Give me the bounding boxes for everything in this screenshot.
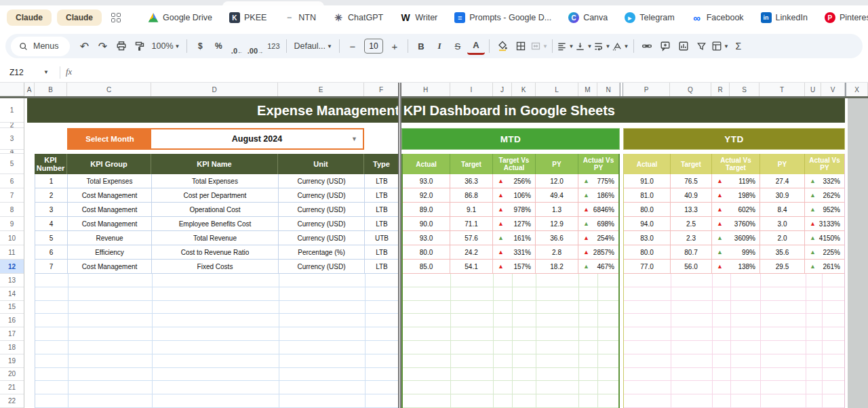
mtd-target-vs-actual-cell[interactable]: ▲ 157%: [493, 260, 536, 274]
kpi-unit-cell[interactable]: Currency (USD): [279, 217, 365, 231]
decrease-font-size-button[interactable]: −: [344, 37, 361, 55]
ytd-header-cell[interactable]: PY: [760, 154, 805, 174]
ytd-py-cell[interactable]: 8.4: [760, 203, 805, 217]
ytd-actual-vs-target-cell[interactable]: ▲ 602%: [712, 203, 760, 217]
kpi-unit-cell[interactable]: Currency (USD): [279, 231, 365, 245]
kpi-unit-cell[interactable]: Currency (USD): [279, 188, 365, 203]
kpi-number-cell[interactable]: 6: [35, 245, 68, 260]
mtd-actual-vs-py-cell[interactable]: ▲ 254%: [578, 231, 618, 245]
bookmark[interactable]: Canva: [568, 12, 608, 23]
row-header[interactable]: 14: [0, 287, 24, 301]
ytd-target-cell[interactable]: 2.3: [671, 231, 712, 245]
column-header[interactable]: S: [730, 83, 760, 96]
column-header[interactable]: B: [35, 83, 67, 96]
functions-button[interactable]: Σ: [730, 37, 747, 55]
month-dropdown[interactable]: August 2024 ▼: [151, 129, 363, 148]
column-header[interactable]: R: [711, 83, 730, 96]
insert-comment-button[interactable]: [656, 37, 674, 55]
ytd-py-cell[interactable]: 30.9: [760, 188, 805, 203]
row-header[interactable]: 17: [0, 327, 24, 341]
fill-color-button[interactable]: [494, 37, 511, 55]
empty-grid-rows[interactable]: [35, 274, 399, 408]
mtd-header-cell[interactable]: Actual Vs PY: [578, 154, 618, 174]
mtd-target-vs-actual-cell[interactable]: ▲ 106%: [493, 188, 536, 203]
insert-chart-button[interactable]: [675, 37, 692, 55]
create-filter-button[interactable]: [693, 37, 711, 55]
redo-button[interactable]: ↷: [94, 37, 112, 55]
bookmark[interactable]: Prompts - Google D...: [454, 12, 551, 23]
empty-grid-rows[interactable]: [624, 274, 844, 408]
row-header-selected[interactable]: 12: [0, 260, 24, 274]
mtd-title-bar[interactable]: MTD: [401, 128, 620, 150]
bookmark[interactable]: Telegram: [625, 12, 674, 23]
menus-search[interactable]: Menus: [11, 37, 70, 56]
kpi-number-cell[interactable]: 7: [35, 260, 68, 274]
row-header[interactable]: 3: [0, 128, 24, 150]
horizontal-align-button[interactable]: ▼: [557, 37, 574, 55]
mtd-actual-cell[interactable]: 80.0: [403, 245, 450, 260]
column-header[interactable]: F: [364, 83, 399, 96]
dashboard-title-banner[interactable]: Expense Management KPI Dashboard in Goog…: [27, 98, 845, 123]
kpi-header-cell[interactable]: Type: [364, 154, 399, 174]
ytd-actual-cell[interactable]: 80.0: [624, 203, 671, 217]
ytd-py-cell[interactable]: 2.0: [760, 231, 805, 245]
kpi-group-cell[interactable]: Cost Management: [68, 217, 152, 231]
column-header[interactable]: U: [805, 83, 821, 96]
mtd-actual-cell[interactable]: 92.0: [403, 188, 450, 203]
format-percent-button[interactable]: %: [210, 37, 227, 55]
kpi-number-cell[interactable]: 3: [35, 203, 68, 217]
undo-button[interactable]: ↶: [76, 37, 94, 55]
ytd-header-cell[interactable]: Actual Vs PY: [805, 154, 844, 174]
ytd-actual-cell[interactable]: 91.0: [624, 174, 671, 188]
row-header[interactable]: 2: [0, 123, 24, 128]
zoom-control[interactable]: 100%▼: [149, 37, 183, 55]
row-header[interactable]: 6: [0, 174, 24, 188]
row-header[interactable]: 9: [0, 217, 24, 231]
mtd-actual-vs-py-cell[interactable]: ▲ 6846%: [578, 203, 618, 217]
text-color-button[interactable]: A: [467, 37, 485, 55]
kpi-group-cell[interactable]: Efficiency: [68, 245, 152, 260]
ytd-actual-cell[interactable]: 81.0: [624, 188, 671, 203]
ytd-actual-vs-target-cell[interactable]: ▲ 138%: [712, 260, 760, 274]
bookmark[interactable]: LinkedIn: [761, 12, 808, 23]
mtd-header-cell[interactable]: PY: [536, 154, 578, 174]
kpi-type-cell[interactable]: LTB: [365, 245, 399, 260]
empty-grid-rows[interactable]: [403, 274, 618, 408]
mtd-py-cell[interactable]: 1.3: [536, 203, 578, 217]
bookmark[interactable]: Writer: [400, 12, 437, 23]
column-header[interactable]: A: [24, 83, 35, 96]
ytd-actual-vs-target-cell[interactable]: ▲ 3760%: [712, 217, 760, 231]
kpi-group-cell[interactable]: Revenue: [68, 231, 152, 245]
mtd-header-cell[interactable]: Target: [450, 154, 493, 174]
row-header[interactable]: 10: [0, 231, 24, 245]
ytd-actual-cell[interactable]: 83.0: [624, 231, 671, 245]
print-button[interactable]: [113, 37, 130, 55]
mtd-actual-cell[interactable]: 93.0: [403, 174, 450, 188]
column-header[interactable]: V: [821, 83, 845, 96]
column-header[interactable]: M: [578, 83, 597, 96]
ytd-header-cell[interactable]: Target: [671, 154, 712, 174]
ytd-header-cell[interactable]: Actual Vs Target: [712, 154, 760, 174]
kpi-name-cell[interactable]: Cost to Revenue Ratio: [152, 245, 279, 260]
mtd-target-vs-actual-cell[interactable]: ▲ 331%: [493, 245, 536, 260]
kpi-type-cell[interactable]: LTB: [365, 188, 399, 203]
kpi-group-cell[interactable]: Cost Management: [68, 203, 152, 217]
strikethrough-button[interactable]: S: [449, 37, 467, 55]
column-header[interactable]: E: [278, 83, 364, 96]
ytd-actual-vs-py-cell[interactable]: ▲ 3133%: [805, 217, 844, 231]
kpi-group-cell[interactable]: Total Expenses: [68, 174, 152, 188]
ytd-py-cell[interactable]: 3.0: [760, 217, 805, 231]
mtd-py-cell[interactable]: 18.2: [536, 260, 578, 274]
kpi-name-cell[interactable]: Total Expenses: [152, 174, 279, 188]
decrease-decimal-button[interactable]: .0←: [228, 37, 245, 55]
mtd-actual-cell[interactable]: 93.0: [403, 231, 450, 245]
merge-cells-button[interactable]: ▼: [530, 37, 548, 55]
bookmark[interactable]: PKEE: [229, 12, 267, 23]
mtd-header-cell[interactable]: Target Vs Actual: [493, 154, 536, 174]
mtd-py-cell[interactable]: 12.0: [536, 174, 578, 188]
tab-group-chip[interactable]: Claude: [7, 9, 52, 26]
kpi-header-cell[interactable]: KPI Name: [151, 154, 278, 174]
kpi-unit-cell[interactable]: Currency (USD): [279, 174, 365, 188]
kpi-unit-cell[interactable]: Percentage (%): [279, 245, 365, 260]
font-size-input[interactable]: 10: [364, 39, 383, 54]
